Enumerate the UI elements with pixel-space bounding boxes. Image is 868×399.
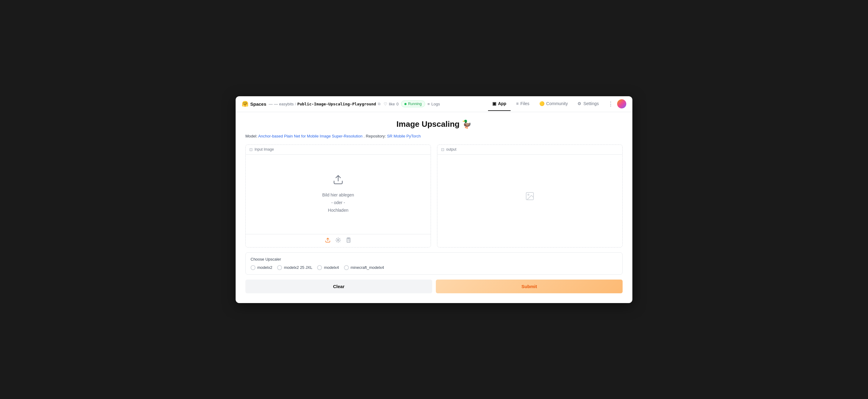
breadcrumb: — — easybits / Public-Image-Upscaling-Pl… <box>269 101 381 107</box>
status-dot-icon <box>404 103 406 105</box>
model-info: Model: Anchor-based Plain Net for Mobile… <box>245 134 623 138</box>
like-label: like <box>389 102 395 106</box>
running-status-badge: Running <box>401 101 425 107</box>
breadcrumb-repo[interactable]: Public-Image-Upscaling-Playground <box>297 102 376 106</box>
page-title: Image Upscaling 🦆 <box>245 119 623 129</box>
breadcrumb-sep: — <box>269 102 273 106</box>
tab-app-label: App <box>498 101 506 106</box>
header: 🤗 Spaces — — easybits / Public-Image-Ups… <box>236 96 632 112</box>
settings-icon: ⚙ <box>578 101 581 106</box>
logs-label: Logs <box>431 102 440 106</box>
svg-point-5 <box>528 194 529 195</box>
avatar[interactable] <box>617 99 626 109</box>
upload-dropzone[interactable]: Bild hier ablegen - oder - Hochladen <box>246 154 431 234</box>
upscaler-radio-group: modelx2 modelx2 25 JXL modelx4 minecraft… <box>251 265 617 270</box>
upload-line3: Hochladen <box>322 206 354 214</box>
radio-circle-modelx2 <box>251 265 255 270</box>
breadcrumb-sep2: — <box>274 102 278 106</box>
radio-circle-modelx2-25jxl <box>277 265 282 270</box>
output-image-icon: ⊡ <box>441 147 444 152</box>
radio-circle-modelx4 <box>317 265 322 270</box>
like-button[interactable]: ♡ like 0 <box>384 102 399 106</box>
header-actions: ⋮ <box>607 99 626 109</box>
header-nav: ▣ App ≡ Files 🟡 Community ⚙ Settings <box>488 97 603 111</box>
action-buttons: Clear Submit <box>245 280 623 293</box>
submit-button[interactable]: Submit <box>436 280 623 293</box>
radio-label-minecraft-modelx4: minecraft_modelx4 <box>351 265 384 270</box>
copy-repo-button[interactable]: ⧉ <box>377 101 381 107</box>
input-panel: ⊡ Input Image Bild hier ablegen - oder - <box>245 144 431 248</box>
radio-label-modelx2-25jxl: modelx2 25 JXL <box>284 265 312 270</box>
radio-label-modelx4: modelx4 <box>324 265 339 270</box>
tab-settings-label: Settings <box>583 101 599 106</box>
upload-toolbar <box>246 234 431 247</box>
upscaler-label: Choose Upscaler <box>251 257 617 261</box>
io-columns: ⊡ Input Image Bild hier ablegen - oder - <box>245 144 623 248</box>
more-options-button[interactable]: ⋮ <box>607 99 615 109</box>
output-area <box>437 154 622 240</box>
radio-modelx2-25jxl[interactable]: modelx2 25 JXL <box>277 265 312 270</box>
tab-files[interactable]: ≡ Files <box>512 97 534 111</box>
radio-circle-minecraft-modelx4 <box>344 265 349 270</box>
clear-button[interactable]: Clear <box>245 280 432 293</box>
tab-app[interactable]: ▣ App <box>488 97 510 111</box>
breadcrumb-slash: / <box>295 102 296 106</box>
files-icon: ≡ <box>516 101 519 106</box>
app-icon: ▣ <box>492 101 496 106</box>
image-icon: ⊡ <box>249 147 253 152</box>
upload-arrow-icon <box>333 174 344 187</box>
heart-icon: ♡ <box>384 102 387 106</box>
radio-minecraft-modelx4[interactable]: minecraft_modelx4 <box>344 265 384 270</box>
logs-button[interactable]: ≡ Logs <box>428 102 440 106</box>
main-content: Image Upscaling 🦆 Model: Anchor-based Pl… <box>236 112 632 303</box>
radio-modelx2[interactable]: modelx2 <box>251 265 272 270</box>
app-window: 🤗 Spaces — — easybits / Public-Image-Ups… <box>236 96 632 303</box>
output-panel-header: ⊡ output <box>437 145 622 154</box>
spaces-label: Spaces <box>250 102 267 107</box>
tab-settings[interactable]: ⚙ Settings <box>573 97 603 111</box>
upload-line2: - oder - <box>322 199 354 206</box>
upscaler-panel: Choose Upscaler modelx2 modelx2 25 JXL m… <box>245 252 623 275</box>
model-sep: . Repository: <box>364 134 387 138</box>
output-panel-label: output <box>446 147 456 151</box>
radio-modelx4[interactable]: modelx4 <box>317 265 339 270</box>
tab-community-label: Community <box>546 101 568 106</box>
output-panel: ⊡ output <box>437 144 623 248</box>
tab-files-label: Files <box>520 101 530 106</box>
radio-label-modelx2: modelx2 <box>257 265 272 270</box>
input-panel-label: Input Image <box>254 147 274 151</box>
model-link[interactable]: Anchor-based Plain Net for Mobile Image … <box>258 134 363 138</box>
model-prefix: Model: <box>245 134 258 138</box>
breadcrumb-user[interactable]: easybits <box>279 102 294 106</box>
spaces-logo[interactable]: 🤗 Spaces <box>242 101 267 107</box>
svg-point-2 <box>338 239 339 241</box>
community-icon: 🟡 <box>539 101 545 106</box>
tab-community[interactable]: 🟡 Community <box>535 97 572 111</box>
clipboard-button[interactable] <box>346 237 351 244</box>
spaces-emoji-icon: 🤗 <box>242 101 248 107</box>
output-placeholder-icon <box>525 191 535 203</box>
logs-icon: ≡ <box>428 102 430 106</box>
header-left: 🤗 Spaces — — easybits / Public-Image-Ups… <box>242 101 484 107</box>
upload-line1: Bild hier ablegen <box>322 191 354 199</box>
upload-text: Bild hier ablegen - oder - Hochladen <box>322 191 354 215</box>
status-label: Running <box>408 102 422 106</box>
like-count: 0 <box>397 102 399 106</box>
webcam-button[interactable] <box>335 237 341 244</box>
input-panel-header: ⊡ Input Image <box>246 145 431 154</box>
upload-file-button[interactable] <box>325 237 331 244</box>
repo-link[interactable]: SR Mobile PyTorch <box>387 134 421 138</box>
